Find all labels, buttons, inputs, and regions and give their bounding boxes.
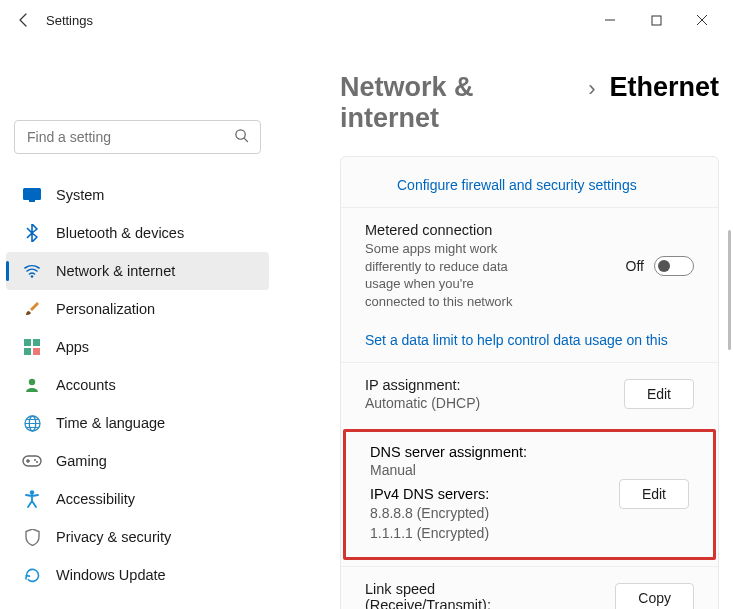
- metered-title: Metered connection: [365, 222, 626, 238]
- svg-point-4: [31, 275, 34, 278]
- sidebar-item-label: Network & internet: [56, 263, 175, 279]
- ip-title: IP assignment:: [365, 377, 624, 393]
- minimize-icon: [604, 14, 616, 26]
- sidebar-item-label: Apps: [56, 339, 89, 355]
- svg-rect-5: [24, 339, 31, 346]
- svg-point-13: [34, 459, 36, 461]
- account-icon: [22, 375, 42, 395]
- sidebar-item-label: Bluetooth & devices: [56, 225, 184, 241]
- sidebar-item-privacy[interactable]: Privacy & security: [6, 518, 269, 556]
- minimize-button[interactable]: [587, 4, 633, 36]
- sidebar-item-label: Time & language: [56, 415, 165, 431]
- network-icon: [22, 261, 42, 281]
- svg-rect-0: [652, 16, 661, 25]
- svg-rect-12: [23, 456, 41, 466]
- firewall-link[interactable]: Configure firewall and security settings: [341, 169, 718, 207]
- system-icon: [22, 185, 42, 205]
- close-icon: [696, 14, 708, 26]
- breadcrumb-current: Ethernet: [609, 72, 719, 103]
- gamepad-icon: [22, 451, 42, 471]
- sidebar-item-accounts[interactable]: Accounts: [6, 366, 269, 404]
- link-speed-section: Link speed (Receive/Transmit): Copy: [341, 566, 718, 609]
- svg-point-9: [29, 379, 35, 385]
- svg-rect-6: [33, 339, 40, 346]
- globe-icon: [22, 413, 42, 433]
- maximize-icon: [651, 15, 662, 26]
- dns-servers-list: 8.8.8.8 (Encrypted)1.1.1.1 (Encrypted): [370, 504, 619, 543]
- svg-rect-7: [24, 348, 31, 355]
- brush-icon: [22, 299, 42, 319]
- metered-toggle[interactable]: [654, 256, 694, 276]
- link-speed-copy-button[interactable]: Copy: [615, 583, 694, 609]
- scrollbar[interactable]: [728, 230, 731, 350]
- sidebar-item-label: System: [56, 187, 104, 203]
- svg-rect-3: [29, 200, 35, 202]
- sidebar-item-label: Accessibility: [56, 491, 135, 507]
- metered-toggle-label: Off: [626, 258, 644, 274]
- content: Network & internet › Ethernet Configure …: [340, 72, 719, 609]
- ip-edit-button[interactable]: Edit: [624, 379, 694, 409]
- dns-server-entry: 8.8.8.8 (Encrypted): [370, 504, 619, 524]
- dns-server-entry: 1.1.1.1 (Encrypted): [370, 524, 619, 544]
- search-input[interactable]: [14, 120, 261, 154]
- dns-section-highlighted: DNS server assignment: Manual IPv4 DNS s…: [343, 429, 716, 560]
- dns-title: DNS server assignment:: [370, 444, 619, 460]
- sidebar-item-label: Windows Update: [56, 567, 166, 583]
- sidebar-item-apps[interactable]: Apps: [6, 328, 269, 366]
- dns-edit-button[interactable]: Edit: [619, 479, 689, 509]
- sidebar-item-label: Personalization: [56, 301, 155, 317]
- dns-servers-label: IPv4 DNS servers:: [370, 486, 619, 502]
- maximize-button[interactable]: [633, 4, 679, 36]
- bluetooth-icon: [22, 223, 42, 243]
- accessibility-icon: [22, 489, 42, 509]
- sidebar-item-bluetooth[interactable]: Bluetooth & devices: [6, 214, 269, 252]
- dns-mode: Manual: [370, 462, 619, 478]
- sidebar-item-label: Privacy & security: [56, 529, 171, 545]
- sidebar-item-personalization[interactable]: Personalization: [6, 290, 269, 328]
- breadcrumb-parent[interactable]: Network & internet: [340, 72, 574, 134]
- window-title: Settings: [46, 13, 93, 28]
- svg-rect-8: [33, 348, 40, 355]
- ip-section: IP assignment: Automatic (DHCP) Edit: [341, 362, 718, 425]
- arrow-left-icon: [16, 12, 32, 28]
- sidebar-item-network[interactable]: Network & internet: [6, 252, 269, 290]
- svg-point-15: [30, 490, 34, 494]
- sidebar-item-label: Gaming: [56, 453, 107, 469]
- sidebar-item-accessibility[interactable]: Accessibility: [6, 480, 269, 518]
- breadcrumb: Network & internet › Ethernet: [340, 72, 719, 134]
- sidebar-item-time[interactable]: Time & language: [6, 404, 269, 442]
- svg-point-14: [36, 461, 38, 463]
- data-limit-link[interactable]: Set a data limit to help control data us…: [341, 324, 718, 362]
- back-button[interactable]: [8, 4, 40, 36]
- sidebar-item-gaming[interactable]: Gaming: [6, 442, 269, 480]
- svg-rect-2: [23, 188, 41, 200]
- sidebar-item-update[interactable]: Windows Update: [6, 556, 269, 594]
- window-controls: [587, 4, 725, 36]
- toggle-knob: [658, 260, 670, 272]
- close-button[interactable]: [679, 4, 725, 36]
- update-icon: [22, 565, 42, 585]
- titlebar: Settings: [0, 0, 733, 40]
- link-speed-title: Link speed (Receive/Transmit):: [365, 581, 525, 609]
- sidebar-item-system[interactable]: System: [6, 176, 269, 214]
- metered-section: Metered connection Some apps might work …: [341, 207, 718, 324]
- nav-list: SystemBluetooth & devicesNetwork & inter…: [0, 176, 275, 594]
- metered-desc: Some apps might work differently to redu…: [365, 240, 535, 310]
- shield-icon: [22, 527, 42, 547]
- sidebar: SystemBluetooth & devicesNetwork & inter…: [0, 120, 275, 594]
- ip-value: Automatic (DHCP): [365, 395, 624, 411]
- apps-icon: [22, 337, 42, 357]
- settings-panel: Configure firewall and security settings…: [340, 156, 719, 609]
- search-wrap: [14, 120, 261, 154]
- search-icon: [234, 128, 249, 146]
- svg-point-1: [236, 130, 245, 139]
- chevron-right-icon: ›: [588, 76, 595, 102]
- sidebar-item-label: Accounts: [56, 377, 116, 393]
